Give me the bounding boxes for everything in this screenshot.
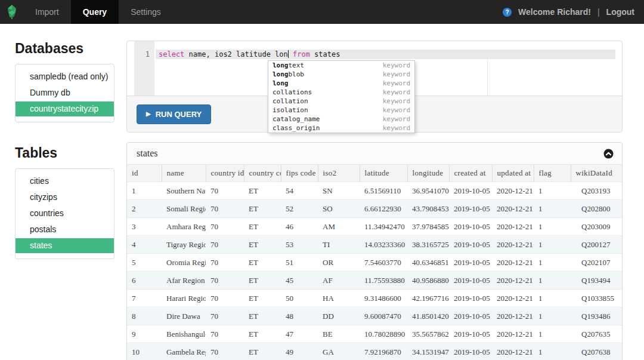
sql-token-plain: states [310,50,340,59]
hint-type-label: keyword [383,106,410,115]
tables-list: citiescityzipscountriespostalsstates [15,168,114,259]
table-cell: 4 [127,236,162,254]
table-cell: Q207638 [571,343,622,360]
autocomplete-item-longtext[interactable]: longtextkeyword [268,61,414,70]
table-cell: 7.54603770 [360,254,407,272]
table-cell: Oromia Region [162,254,206,272]
autocomplete-item-longblob[interactable]: longblobkeyword [268,70,414,79]
play-icon: ▶ [146,111,151,117]
run-query-button[interactable]: ▶ RUN QUERY [137,104,211,124]
table-cell: Q202800 [571,200,622,218]
nav-tab-import[interactable]: Import [23,0,71,24]
table-cell: BE [318,325,360,343]
table-cell: ET [244,343,281,360]
table-item-postals[interactable]: postals [16,222,114,237]
sql-code-line[interactable]: select name, ios2 latitude lon from stat… [156,50,615,59]
table-cell: 2020-12-21 [492,200,534,218]
nav-tab-settings[interactable]: Settings [119,0,173,24]
table-cell: 70 [206,236,244,254]
table-cell: Q202107 [571,254,622,272]
column-header-latitude: latitude [360,165,407,182]
table-cell: 2019-10-05 [449,200,492,218]
table-cell: 37.97845850 [407,218,449,236]
table-cell: Q193494 [571,272,622,290]
column-header-created-at: created at [449,165,492,182]
table-cell: 2020-12-21 [492,254,534,272]
table-cell: 49 [281,343,318,360]
table-cell: 2020-12-21 [492,307,534,325]
table-cell: 1 [534,272,571,290]
table-cell: Amhara Region [162,218,206,236]
autocomplete-item-collations[interactable]: collationskeyword [268,88,414,97]
table-cell: 70 [206,200,244,218]
table-cell: 9.60087470 [360,307,407,325]
table-cell: 2020-12-21 [492,182,534,200]
autocomplete-item-long[interactable]: longkeyword [268,79,414,88]
question-circle-icon[interactable]: ? [503,8,512,17]
table-cell: 34.15319470 [407,343,449,360]
results-card: states idnamecountry idcountry codefips … [126,142,623,360]
table-cell: AM [318,218,360,236]
table-cell: Q1033855 [571,290,622,307]
column-header-updated-at: updated at [492,165,534,182]
table-cell: 2020-12-21 [492,290,534,307]
autocomplete-dropdown: longtextkeywordlongblobkeywordlongkeywor… [268,60,415,133]
table-row: 10Gambela Region70ET49GA7.9219687034.153… [127,343,622,360]
table-cell: 70 [206,218,244,236]
table-cell: 2019-10-05 [449,307,492,325]
table-cell: 42.19677160 [407,290,449,307]
autocomplete-item-collation[interactable]: collationkeyword [268,97,414,106]
database-item-sampledb-read-only-[interactable]: sampledb (read only) [16,69,114,84]
nav-tab-query[interactable]: Query [71,0,119,24]
table-cell: 70 [206,272,244,290]
autocomplete-item-class_origin[interactable]: class_originkeyword [268,124,414,133]
table-item-countries[interactable]: countries [16,206,114,221]
table-cell: DD [318,307,360,325]
sidebar: Databases sampledb (read only)Dummy dbco… [0,41,126,360]
hint-text: longtext [273,61,304,70]
sql-token-keyword: from [293,50,310,59]
table-row: 4Tigray Region70ET53TI14.0323336038.3165… [127,236,622,254]
table-cell: 2020-12-21 [492,272,534,290]
table-cell: 2019-10-05 [449,182,492,200]
table-cell: Benishangul-Gumuz Region [162,325,206,343]
table-cell: Tigray Region [162,236,206,254]
table-cell: 8 [127,307,162,325]
table-cell: 1 [534,218,571,236]
logout-link[interactable]: Logout [606,7,634,17]
table-cell: 6 [127,272,162,290]
autocomplete-item-isolation[interactable]: isolationkeyword [268,106,414,115]
table-item-cityzips[interactable]: cityzips [16,190,114,205]
table-cell: 2019-10-05 [449,236,492,254]
table-row: 8Dire Dawa70ET48DD9.6008747041.850142002… [127,307,622,325]
table-cell: 1 [534,254,571,272]
table-cell: ET [244,236,281,254]
table-item-states[interactable]: states [16,238,114,253]
sql-token-keyword: select [159,50,184,59]
table-cell: 70 [206,290,244,307]
table-cell: 1 [534,325,571,343]
table-cell: 2020-12-21 [492,236,534,254]
autocomplete-item-catalog_name[interactable]: catalog_namekeyword [268,115,414,124]
table-cell: 46 [281,218,318,236]
table-cell: 41.85014200 [407,307,449,325]
hint-text: long [273,79,289,88]
chevron-up-circle-icon[interactable] [603,149,614,159]
table-cell: 6.66122930 [360,200,407,218]
table-row: 3Amhara Region70ET46AM11.3494247037.9784… [127,218,622,236]
database-item-dummy-db[interactable]: Dummy db [16,85,114,100]
hint-text: collations [273,88,312,97]
table-cell: 70 [206,325,244,343]
table-cell: Dire Dawa [162,307,206,325]
table-cell: ET [244,182,281,200]
database-item-countrystatecityzip[interactable]: countrystatecityzip [16,101,114,116]
table-cell: 43.79084530 [407,200,449,218]
table-cell: 35.56578620 [407,325,449,343]
table-cell: 36.95410700 [407,182,449,200]
app-logo[interactable] [0,0,23,24]
table-cell: Q203009 [571,218,622,236]
table-item-cities[interactable]: cities [16,174,114,189]
table-cell: ET [244,200,281,218]
table-cell: 2020-12-21 [492,343,534,360]
editor-ruler [487,59,488,96]
